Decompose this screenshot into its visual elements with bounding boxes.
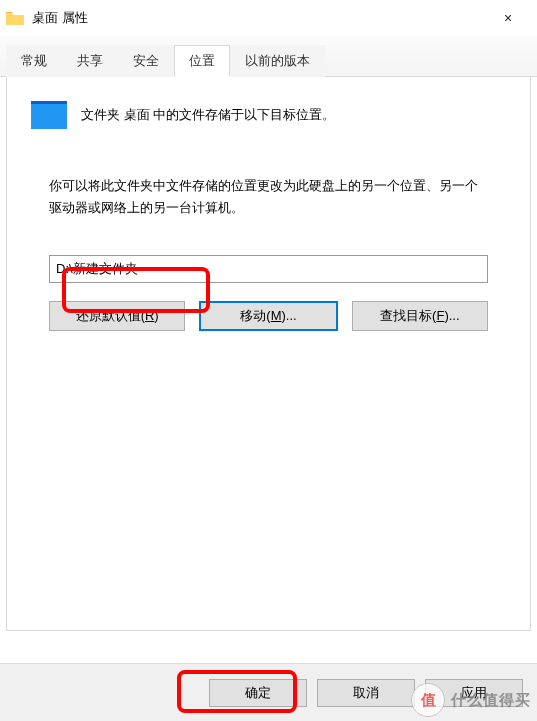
path-input[interactable] <box>49 255 488 283</box>
ok-button[interactable]: 确定 <box>209 679 307 707</box>
tab-strip: 常规 共享 安全 位置 以前的版本 <box>0 36 537 77</box>
button-label: 移动(M)... <box>240 307 296 325</box>
cancel-button[interactable]: 取消 <box>317 679 415 707</box>
window-title: 桌面 属性 <box>32 9 88 27</box>
folder-storage-label: 文件夹 桌面 中的文件存储于以下目标位置。 <box>81 106 335 124</box>
titlebar: 桌面 属性 × <box>0 0 537 36</box>
apply-button[interactable]: 应用 <box>425 679 523 707</box>
button-label: 还原默认值(R) <box>76 307 159 325</box>
desktop-icon <box>31 101 67 129</box>
change-location-description: 你可以将此文件夹中文件存储的位置更改为此硬盘上的另一个位置、另一个驱动器或网络上… <box>49 175 488 219</box>
tab-content: 文件夹 桌面 中的文件存储于以下目标位置。 你可以将此文件夹中文件存储的位置更改… <box>6 77 531 631</box>
tab-previous-versions[interactable]: 以前的版本 <box>230 45 325 77</box>
restore-default-button[interactable]: 还原默认值(R) <box>49 301 185 331</box>
close-button[interactable]: × <box>485 3 531 33</box>
tab-security[interactable]: 安全 <box>118 45 174 77</box>
button-label: 查找目标(F)... <box>380 307 459 325</box>
dialog-footer: 确定 取消 应用 <box>0 663 537 721</box>
tab-general[interactable]: 常规 <box>6 45 62 77</box>
find-target-button[interactable]: 查找目标(F)... <box>352 301 488 331</box>
tab-sharing[interactable]: 共享 <box>62 45 118 77</box>
tab-location[interactable]: 位置 <box>174 45 230 77</box>
folder-icon <box>6 9 24 27</box>
move-button[interactable]: 移动(M)... <box>199 301 337 331</box>
